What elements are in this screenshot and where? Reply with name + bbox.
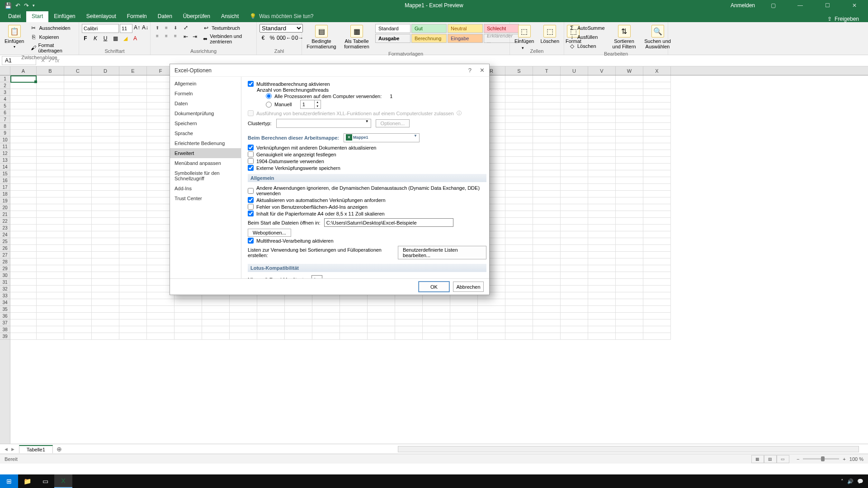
row-header[interactable]: 26	[0, 245, 10, 252]
cell[interactable]	[561, 197, 588, 204]
cell[interactable]	[533, 299, 561, 306]
cell[interactable]	[533, 313, 561, 319]
ok-button[interactable]: OK	[419, 282, 449, 292]
tab-datei[interactable]: Datei	[3, 11, 26, 22]
cell[interactable]	[92, 286, 119, 292]
tray-up-icon[interactable]: ˄	[841, 479, 844, 484]
cell[interactable]	[92, 170, 119, 177]
cell[interactable]	[92, 143, 119, 150]
cell[interactable]	[285, 326, 312, 333]
row-header[interactable]: 8	[0, 123, 10, 130]
cell[interactable]	[92, 157, 119, 164]
cell[interactable]	[92, 82, 119, 89]
cell[interactable]	[616, 109, 643, 116]
cell[interactable]	[285, 306, 312, 313]
cell[interactable]	[643, 211, 671, 218]
border-icon[interactable]: ▦	[112, 35, 119, 42]
cell[interactable]	[119, 238, 147, 245]
cell[interactable]	[64, 136, 92, 143]
cell[interactable]	[588, 279, 616, 286]
cell[interactable]	[340, 306, 368, 313]
row-header[interactable]: 24	[0, 231, 10, 238]
qat-more-icon[interactable]: ▾	[33, 3, 35, 8]
cell[interactable]	[92, 177, 119, 184]
cell[interactable]	[505, 109, 533, 116]
cell[interactable]	[643, 204, 671, 211]
cell[interactable]	[64, 252, 92, 258]
nav-symbolleiste[interactable]: Symbolleiste für den Schnellzugriff	[170, 168, 241, 183]
cell[interactable]	[643, 313, 671, 319]
cell[interactable]	[616, 299, 643, 306]
cell[interactable]	[147, 306, 175, 313]
cell[interactable]	[643, 109, 671, 116]
cell[interactable]	[119, 177, 147, 184]
signin-link[interactable]: Anmelden	[731, 2, 755, 9]
cell[interactable]	[616, 150, 643, 157]
cell[interactable]	[202, 326, 230, 333]
cell[interactable]	[505, 184, 533, 191]
cell[interactable]	[37, 136, 64, 143]
cell[interactable]	[533, 279, 561, 286]
cell[interactable]	[202, 299, 230, 306]
cell[interactable]	[643, 75, 671, 82]
cell[interactable]	[505, 197, 533, 204]
cell[interactable]	[257, 319, 285, 326]
cell[interactable]	[10, 197, 37, 204]
cell[interactable]	[616, 245, 643, 252]
cell[interactable]	[505, 299, 533, 306]
cell[interactable]	[119, 306, 147, 313]
sort-filter-button[interactable]: ⇅Sortieren und Filtern	[609, 24, 640, 50]
row-header[interactable]: 20	[0, 204, 10, 211]
cell[interactable]	[312, 326, 340, 333]
cell[interactable]	[643, 258, 671, 265]
cell[interactable]	[64, 238, 92, 245]
cell[interactable]	[588, 191, 616, 197]
cell[interactable]	[10, 130, 37, 136]
cell[interactable]	[119, 197, 147, 204]
cell[interactable]	[478, 299, 505, 306]
font-color-icon[interactable]: A	[132, 35, 139, 42]
cell[interactable]	[64, 130, 92, 136]
tab-formeln[interactable]: Formeln	[122, 11, 152, 22]
cell[interactable]	[643, 170, 671, 177]
cell[interactable]	[147, 319, 175, 326]
cell[interactable]	[64, 286, 92, 292]
cell[interactable]	[588, 245, 616, 252]
cell[interactable]	[616, 204, 643, 211]
cell[interactable]	[119, 96, 147, 103]
cell[interactable]	[37, 157, 64, 164]
close-icon[interactable]: ✕	[845, 2, 863, 9]
row-header[interactable]: 4	[0, 96, 10, 103]
tray-network-icon[interactable]: 🔊	[847, 479, 854, 484]
cell[interactable]	[643, 157, 671, 164]
cell[interactable]	[395, 326, 423, 333]
cell[interactable]	[37, 333, 64, 340]
fill-color-icon[interactable]: ◢	[122, 35, 129, 42]
cell[interactable]	[616, 286, 643, 292]
select-workbook[interactable]: XMappe1▼	[344, 133, 420, 142]
font-size-input[interactable]	[120, 24, 132, 33]
chk-dde[interactable]	[248, 188, 254, 194]
cell[interactable]	[588, 333, 616, 340]
cell[interactable]	[92, 306, 119, 313]
ribbon-display-icon[interactable]: ▢	[764, 2, 782, 9]
cell[interactable]	[368, 333, 395, 340]
cell[interactable]	[533, 157, 561, 164]
zoom-out-icon[interactable]: −	[797, 456, 799, 462]
cell[interactable]	[561, 116, 588, 123]
sheet-nav-next-icon[interactable]: ►	[10, 446, 15, 452]
cell[interactable]	[119, 130, 147, 136]
cell[interactable]	[588, 225, 616, 231]
cell[interactable]	[119, 136, 147, 143]
cell[interactable]	[561, 333, 588, 340]
cell[interactable]	[64, 103, 92, 109]
cell[interactable]	[10, 258, 37, 265]
cell[interactable]	[533, 184, 561, 191]
normal-view-icon[interactable]: ▦	[751, 455, 764, 463]
cell[interactable]	[119, 319, 147, 326]
cut-button[interactable]: ✂Ausschneiden	[28, 24, 76, 32]
cell[interactable]	[616, 211, 643, 218]
cell[interactable]	[533, 238, 561, 245]
cell[interactable]	[561, 319, 588, 326]
cell[interactable]	[92, 218, 119, 225]
